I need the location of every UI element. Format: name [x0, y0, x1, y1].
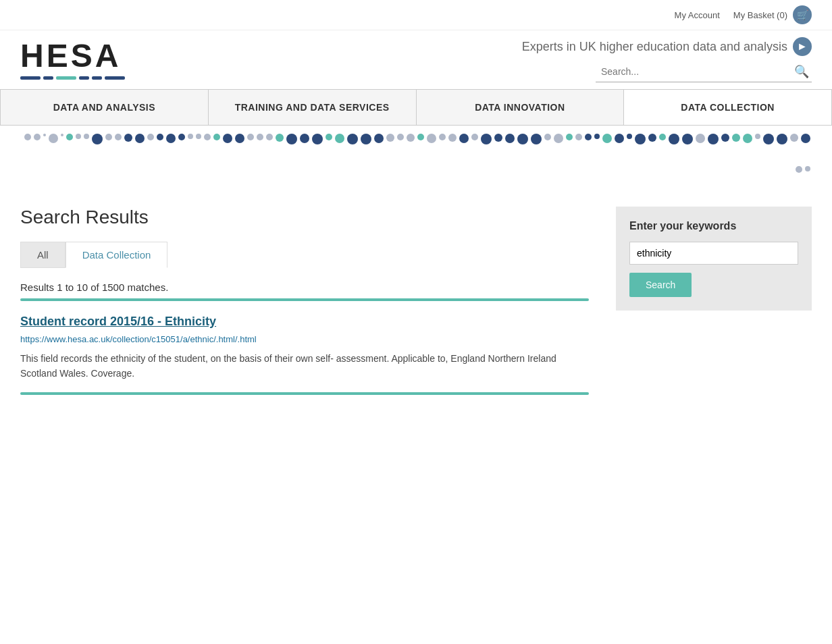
- teal-divider-top: [20, 298, 589, 301]
- decoration-dot: [448, 134, 457, 142]
- decoration-dot: [669, 134, 679, 144]
- decoration-dot: [732, 134, 740, 142]
- tab-data-collection[interactable]: Data Collection: [66, 242, 168, 268]
- decoration-dot: [76, 134, 81, 139]
- results-count: Results 1 to 10 of 1500 matches.: [20, 281, 589, 293]
- teal-divider-bottom: [20, 392, 589, 395]
- logo-bar-5: [92, 76, 102, 80]
- decoration-dot: [790, 134, 798, 142]
- decoration-dot: [494, 134, 502, 142]
- my-basket-link[interactable]: My Basket (0): [733, 10, 787, 20]
- search-results-title: Search Results: [20, 207, 589, 228]
- content-left: Search Results All Data Collection Resul…: [20, 207, 589, 395]
- logo-area: HESA: [20, 40, 125, 80]
- decoration-dot: [204, 134, 211, 140]
- logo-bar: [20, 76, 125, 80]
- decoration-dot: [66, 134, 73, 140]
- decoration-dot: [481, 134, 492, 144]
- decoration-dot: [696, 134, 705, 143]
- decoration-dot: [594, 134, 600, 139]
- decoration-dot: [659, 134, 666, 140]
- nav-data-innovation[interactable]: DATA INNOVATION: [417, 90, 625, 125]
- header-search-input[interactable]: [596, 63, 791, 80]
- decoration-dot: [397, 134, 404, 140]
- decoration-dot: [566, 134, 573, 140]
- decoration-dot: [471, 134, 478, 140]
- decoration-dot: [61, 134, 63, 136]
- decoration-dot: [147, 134, 154, 140]
- decoration-dot: [777, 134, 787, 144]
- decoration-dot: [505, 134, 515, 143]
- decoration-dot: [34, 134, 41, 140]
- decoration-dot: [92, 134, 103, 144]
- nav-data-collection[interactable]: DATA COLLECTION: [624, 90, 832, 125]
- logo-bar-6: [105, 76, 125, 80]
- decoration-dot: [188, 134, 193, 139]
- logo-bar-1: [20, 76, 41, 80]
- decoration-dot: [124, 134, 132, 142]
- tab-all[interactable]: All: [20, 242, 66, 268]
- logo-bar-3: [56, 76, 76, 80]
- tagline: Experts in UK higher education data and …: [522, 40, 787, 54]
- tagline-arrow-icon: ►: [793, 37, 812, 56]
- decoration-dot: [755, 134, 760, 139]
- decoration-dot: [166, 134, 176, 143]
- decoration-dot: [223, 134, 232, 143]
- decoration-dot: [286, 134, 297, 144]
- search-button[interactable]: Search: [629, 273, 692, 297]
- decoration-dot: [682, 134, 693, 144]
- decoration-dot: [796, 166, 802, 173]
- decoration-dot: [517, 134, 528, 144]
- decoration-dot: [531, 134, 542, 144]
- header-search-button[interactable]: 🔍: [791, 61, 812, 82]
- header: HESA Experts in UK higher education data…: [0, 30, 832, 89]
- decoration-dot: [743, 134, 752, 143]
- decoration-dot: [585, 134, 592, 140]
- decoration-dot: [615, 134, 624, 143]
- result-url-1[interactable]: https://www.hesa.ac.uk/collection/c15051…: [20, 334, 589, 344]
- decoration-dot: [575, 134, 582, 140]
- decoration-dot: [266, 134, 273, 140]
- my-account-link[interactable]: My Account: [675, 10, 720, 20]
- decoration-dot: [84, 134, 89, 139]
- basket-icon: 🛒: [793, 5, 812, 24]
- logo-bar-2: [43, 76, 53, 80]
- main-nav: DATA AND ANALYSIS TRAINING AND DATA SERV…: [0, 89, 832, 126]
- nav-training[interactable]: TRAINING AND DATA SERVICES: [209, 90, 417, 125]
- sidebar-box: Enter your keywords Search: [616, 207, 812, 311]
- decoration-dot: [544, 134, 551, 140]
- decoration-dot: [805, 166, 810, 171]
- decoration-dot: [115, 134, 122, 140]
- decoration-dot: [708, 134, 719, 144]
- decoration-dot: [196, 134, 201, 139]
- tagline-row: Experts in UK higher education data and …: [522, 37, 812, 56]
- decoration-dot: [178, 134, 185, 140]
- decoration-dot: [374, 134, 384, 143]
- decoration-dot: [427, 134, 436, 143]
- dot-decoration: [0, 126, 832, 193]
- decoration-dot: [24, 134, 31, 140]
- result-tabs: All Data Collection: [20, 242, 589, 268]
- decoration-dot: [135, 134, 145, 143]
- nav-data-analysis[interactable]: DATA AND ANALYSIS: [0, 90, 209, 125]
- top-bar: My Account My Basket (0) 🛒: [0, 0, 832, 30]
- decoration-dot: [627, 134, 632, 139]
- logo-text: HESA: [20, 40, 125, 72]
- decoration-dot: [635, 134, 646, 144]
- decoration-dot: [105, 134, 112, 140]
- decoration-dot: [407, 134, 415, 142]
- result-title-1[interactable]: Student record 2015/16 - Ethnicity: [20, 315, 589, 329]
- main-content: Search Results All Data Collection Resul…: [0, 193, 832, 422]
- decoration-dot: [602, 134, 612, 143]
- decoration-dot: [648, 134, 656, 142]
- result-desc-1: This field records the ethnicity of the …: [20, 351, 589, 381]
- keyword-input[interactable]: [629, 242, 798, 265]
- decoration-dot: [326, 134, 332, 140]
- content-right: Enter your keywords Search: [616, 207, 812, 311]
- decoration-dot: [459, 134, 469, 143]
- decoration-dot: [721, 134, 729, 142]
- decoration-dot: [439, 134, 446, 140]
- basket-link-wrapper[interactable]: My Basket (0) 🛒: [733, 5, 812, 24]
- decoration-dot: [43, 134, 46, 136]
- header-search-row[interactable]: 🔍: [596, 61, 812, 82]
